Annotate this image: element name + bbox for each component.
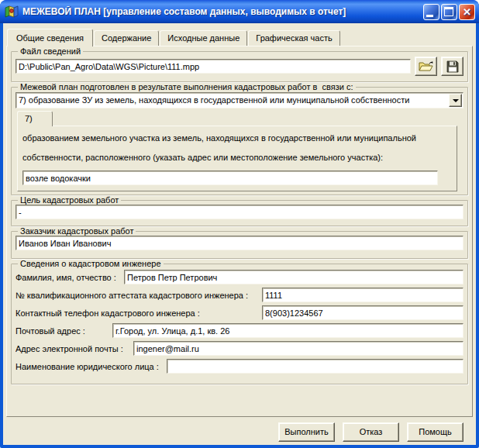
- phone-input[interactable]: [262, 305, 463, 320]
- legal-entity-input[interactable]: [167, 359, 463, 374]
- file-path-input[interactable]: [16, 59, 411, 74]
- legal-entity-row: Наименование юридического лица :: [16, 359, 463, 374]
- phone-label: Контактный телефон кадастрового инженера…: [16, 308, 260, 318]
- reason-dropdown-button[interactable]: [449, 94, 462, 107]
- phone-row: Контактный телефон кадастрового инженера…: [16, 305, 463, 320]
- client-area: Общие сведения Содержание Исходные данны…: [3, 23, 476, 445]
- tab-source-data[interactable]: Исходные данные: [160, 30, 247, 46]
- tab-graphic-part[interactable]: Графическая часть: [248, 30, 339, 46]
- open-folder-icon: [419, 60, 434, 72]
- save-file-button[interactable]: [441, 57, 463, 76]
- reason-description-panel: образованием земельного участка из земел…: [17, 126, 457, 191]
- tab-strip: Общие сведения Содержание Исходные данны…: [6, 23, 473, 46]
- legal-entity-label: Наименование юридического лица :: [16, 361, 165, 371]
- purpose-group: Цель кадастровых работ: [11, 195, 468, 226]
- reason-group-legend: Межевой план подготовлен в результате вы…: [18, 82, 356, 91]
- attestation-number-label: № квалификационного аттестата кадастрово…: [16, 290, 260, 300]
- customer-group-legend: Заказчик кадастровых работ: [18, 226, 136, 236]
- engineer-name-label: Фамилия, имя, отчество :: [16, 272, 122, 282]
- reason-description-line1: образованием земельного участка из земел…: [18, 126, 457, 143]
- reason-description-line2: собственности, расположенного (указать а…: [18, 143, 457, 162]
- file-row: [16, 57, 463, 76]
- engineer-group: Сведения о кадастровом инженере Фамилия,…: [11, 259, 468, 384]
- attestation-number-row: № квалификационного аттестата кадастрово…: [16, 288, 463, 302]
- purpose-input[interactable]: [16, 205, 463, 219]
- help-button[interactable]: Помощь: [407, 422, 463, 442]
- engineer-group-legend: Сведения о кадастровом инженере: [18, 259, 164, 268]
- footer-button-bar: Выполнить Отказ Помощь: [3, 417, 476, 442]
- reason-combobox-value: 7) образование ЗУ из земель, находящихся…: [16, 93, 448, 108]
- file-group: Файл сведений: [11, 47, 468, 82]
- customer-group: Заказчик кадастровых работ: [11, 226, 468, 259]
- postal-address-input[interactable]: [112, 323, 463, 338]
- floppy-disk-icon: [446, 60, 459, 73]
- customer-input[interactable]: [16, 236, 463, 250]
- app-icon: [5, 5, 19, 18]
- postal-address-label: Почтовый адрес :: [16, 326, 111, 336]
- open-file-button[interactable]: [415, 57, 437, 76]
- engineer-name-row: Фамилия, имя, отчество :: [16, 270, 463, 284]
- email-row: Адрес электронной почты :: [16, 341, 463, 356]
- minimize-button[interactable]: [423, 4, 439, 20]
- close-icon: ✕: [460, 5, 474, 19]
- reason-combobox[interactable]: 7) образование ЗУ из земель, находящихся…: [16, 92, 463, 109]
- cancel-button[interactable]: Отказ: [343, 422, 399, 442]
- subtab-7[interactable]: 7): [17, 111, 53, 126]
- window-title: МЕЖЕВОЙ ПЛАН [управление составом данных…: [22, 6, 422, 17]
- reason-group: Межевой план подготовлен в результате вы…: [11, 82, 468, 195]
- engineer-name-input[interactable]: [124, 270, 463, 284]
- email-input[interactable]: [133, 341, 463, 356]
- email-label: Адрес электронной почты :: [16, 343, 132, 353]
- attestation-number-input[interactable]: [262, 288, 463, 302]
- title-bar: МЕЖЕВОЙ ПЛАН [управление составом данных…: [0, 0, 479, 23]
- dropdown-arrow-icon: [453, 99, 459, 105]
- maximize-button[interactable]: [441, 4, 457, 20]
- window: МЕЖЕВОЙ ПЛАН [управление составом данных…: [0, 0, 479, 448]
- execute-button[interactable]: Выполнить: [278, 422, 335, 442]
- tab-page-general: Файл сведений: [6, 46, 473, 417]
- file-group-legend: Файл сведений: [18, 47, 83, 56]
- maximize-icon: [444, 7, 453, 16]
- minimize-icon: [426, 15, 433, 17]
- tab-contents[interactable]: Содержание: [94, 30, 159, 46]
- postal-address-row: Почтовый адрес :: [16, 323, 463, 338]
- location-input[interactable]: [22, 171, 438, 185]
- close-button[interactable]: ✕: [459, 4, 475, 20]
- tab-general-info[interactable]: Общие сведения: [7, 29, 93, 47]
- purpose-group-legend: Цель кадастровых работ: [18, 195, 121, 205]
